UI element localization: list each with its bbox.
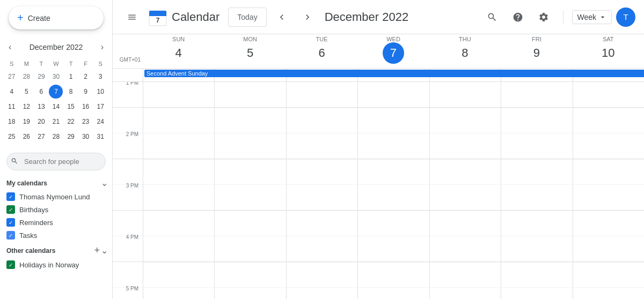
day-number[interactable]: 7 — [383, 42, 404, 64]
grid-half-cell[interactable] — [429, 262, 501, 288]
mini-cal-day[interactable]: 1 — [64, 70, 78, 84]
grid-half-cell[interactable] — [357, 159, 429, 185]
grid-half-cell[interactable] — [501, 211, 572, 236]
mini-cal-day[interactable]: 8 — [64, 85, 78, 99]
grid-cell[interactable] — [501, 133, 572, 159]
mini-cal-day[interactable]: 31 — [93, 130, 107, 144]
mini-cal-day[interactable]: 19 — [19, 115, 33, 129]
grid-cell[interactable] — [143, 82, 214, 108]
mini-cal-day[interactable]: 20 — [34, 115, 48, 129]
mini-cal-day[interactable]: 27 — [5, 70, 19, 84]
grid-half-cell[interactable] — [143, 262, 214, 288]
mini-cal-day[interactable]: 30 — [79, 130, 93, 144]
mini-cal-day[interactable]: 27 — [34, 130, 48, 144]
grid-cell[interactable] — [429, 236, 501, 262]
user-avatar[interactable]: T — [616, 8, 635, 27]
grid-half-cell[interactable] — [573, 211, 644, 236]
mini-cal-day[interactable]: 7 — [49, 85, 63, 99]
grid-cell[interactable] — [501, 82, 572, 108]
my-calendar-item[interactable]: ✓ Tasks — [0, 229, 112, 242]
grid-cell[interactable] — [501, 185, 572, 211]
grid-half-cell[interactable] — [286, 211, 357, 236]
mini-cal-day[interactable]: 11 — [5, 100, 19, 114]
mini-cal-day[interactable]: 21 — [49, 115, 63, 129]
grid-half-cell[interactable] — [286, 108, 357, 133]
mini-cal-day[interactable]: 9 — [79, 85, 93, 99]
grid-half-cell[interactable] — [286, 159, 357, 185]
grid-cell[interactable] — [357, 288, 429, 299]
create-button[interactable]: + Create — [9, 6, 104, 29]
grid-half-cell[interactable] — [143, 159, 214, 185]
my-calendar-item[interactable]: ✓ Thomas Nymoen Lund — [0, 190, 112, 203]
grid-half-cell[interactable] — [286, 262, 357, 288]
grid-cell[interactable] — [429, 133, 501, 159]
grid-cell[interactable] — [214, 236, 286, 262]
grid-cell[interactable] — [429, 82, 501, 108]
mini-cal-day[interactable]: 28 — [49, 130, 63, 144]
mini-cal-day[interactable]: 10 — [93, 85, 107, 99]
grid-cell[interactable] — [143, 133, 214, 159]
day-number[interactable]: 6 — [311, 42, 333, 64]
grid-cell[interactable] — [501, 236, 572, 262]
day-number[interactable]: 4 — [168, 42, 189, 64]
mini-cal-day[interactable]: 23 — [79, 115, 93, 129]
mini-cal-day[interactable]: 18 — [5, 115, 19, 129]
grid-cell[interactable] — [573, 185, 644, 211]
grid-half-cell[interactable] — [501, 262, 572, 288]
grid-half-cell[interactable] — [429, 211, 501, 236]
grid-cell[interactable] — [214, 133, 286, 159]
grid-half-cell[interactable] — [357, 108, 429, 133]
grid-cell[interactable] — [143, 236, 214, 262]
grid-cell[interactable] — [286, 236, 357, 262]
grid-cell[interactable] — [357, 185, 429, 211]
mini-cal-day[interactable]: 15 — [64, 100, 78, 114]
mini-cal-next[interactable]: › — [99, 40, 106, 54]
grid-half-cell[interactable] — [357, 262, 429, 288]
day-number[interactable]: 10 — [597, 42, 619, 64]
grid-cell[interactable] — [573, 82, 644, 108]
grid-half-cell[interactable] — [214, 211, 286, 236]
settings-button[interactable] — [533, 6, 554, 28]
search-button[interactable] — [481, 6, 503, 28]
grid-half-cell[interactable] — [143, 108, 214, 133]
grid-cell[interactable] — [286, 185, 357, 211]
grid-cell[interactable] — [286, 288, 357, 299]
mini-cal-day[interactable]: 28 — [19, 70, 33, 84]
grid-half-cell[interactable] — [429, 159, 501, 185]
nav-prev-button[interactable] — [271, 6, 292, 28]
grid-cell[interactable] — [143, 288, 214, 299]
hamburger-button[interactable] — [121, 6, 143, 28]
grid-cell[interactable] — [501, 288, 572, 299]
mini-cal-day[interactable]: 22 — [64, 115, 78, 129]
all-day-event[interactable]: Second Advent Sunday — [144, 70, 644, 77]
day-number[interactable]: 9 — [526, 42, 547, 64]
today-button[interactable]: Today — [228, 8, 266, 27]
grid-half-cell[interactable] — [357, 211, 429, 236]
mini-cal-day[interactable]: 25 — [5, 130, 19, 144]
mini-cal-day[interactable]: 29 — [34, 70, 48, 84]
grid-cell[interactable] — [286, 82, 357, 108]
grid-half-cell[interactable] — [143, 211, 214, 236]
grid-cell[interactable] — [214, 82, 286, 108]
grid-half-cell[interactable] — [214, 159, 286, 185]
grid-cell[interactable] — [214, 288, 286, 299]
mini-cal-day[interactable]: 24 — [93, 115, 107, 129]
mini-cal-day[interactable]: 29 — [64, 130, 78, 144]
day-number[interactable]: 5 — [239, 42, 261, 64]
mini-cal-day[interactable]: 16 — [79, 100, 93, 114]
mini-cal-prev[interactable]: ‹ — [6, 40, 13, 54]
mini-cal-day[interactable]: 3 — [93, 70, 107, 84]
grid-half-cell[interactable] — [573, 262, 644, 288]
grid-half-cell[interactable] — [429, 108, 501, 133]
grid-cell[interactable] — [357, 82, 429, 108]
grid-half-cell[interactable] — [501, 159, 572, 185]
add-other-calendar-button[interactable]: + — [94, 245, 100, 256]
grid-cell[interactable] — [143, 185, 214, 211]
other-calendar-item[interactable]: ✓ Holidays in Norway — [0, 258, 112, 271]
grid-half-cell[interactable] — [573, 108, 644, 133]
mini-cal-day[interactable]: 14 — [49, 100, 63, 114]
grid-cell[interactable] — [357, 133, 429, 159]
grid-half-cell[interactable] — [501, 108, 572, 133]
grid-cell[interactable] — [357, 236, 429, 262]
grid-half-cell[interactable] — [214, 108, 286, 133]
